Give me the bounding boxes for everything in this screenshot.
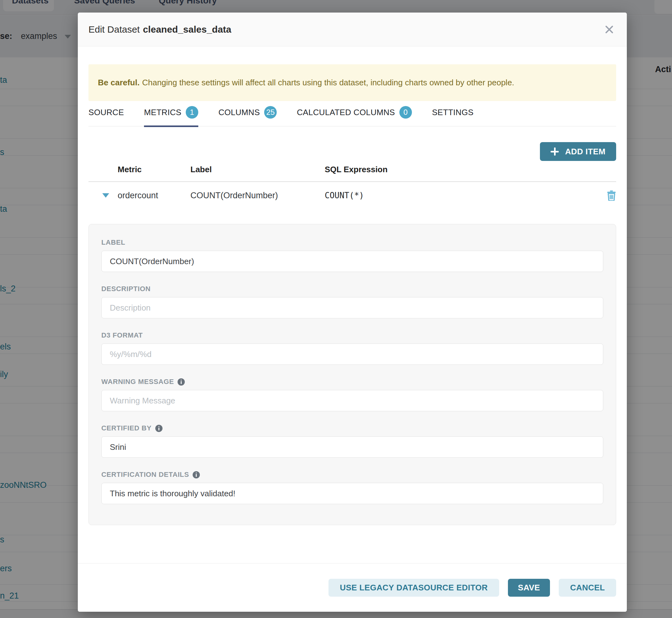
add-item-label: ADD ITEM [565, 147, 605, 157]
modal-header: Edit Datasetcleaned_sales_data [78, 13, 627, 46]
certified-by-group: CERTIFIED BY [101, 424, 603, 458]
metrics-toolbar: ADD ITEM [88, 142, 616, 161]
d3-format-field-label: D3 FORMAT [101, 331, 603, 340]
modal-title-prefix: Edit Dataset [88, 24, 139, 34]
tab-metrics-label: METRICS [144, 108, 181, 117]
tab-columns-label: COLUMNS [218, 108, 260, 117]
warning-banner-text: Changing these settings will affect all … [142, 78, 514, 88]
tab-settings-label: SETTINGS [432, 108, 473, 117]
info-icon[interactable] [155, 425, 163, 432]
dataset-name: cleaned_sales_data [143, 24, 231, 34]
metric-detail-panel: LABEL DESCRIPTION D3 FORMAT WARNING MESS… [88, 224, 616, 525]
modal-title: Edit Datasetcleaned_sales_data [88, 24, 231, 35]
tab-settings[interactable]: SETTINGS [432, 106, 473, 127]
warning-banner-bold: Be careful. [98, 78, 139, 88]
metrics-count-badge: 1 [186, 106, 198, 119]
edit-dataset-modal: Edit Datasetcleaned_sales_data Be carefu… [78, 13, 627, 612]
certification-details-field-label: CERTIFICATION DETAILS [101, 470, 603, 479]
warning-message-group: WARNING MESSAGE [101, 377, 603, 411]
info-icon[interactable] [193, 471, 200, 479]
metric-name: ordercount [118, 191, 190, 200]
tab-source[interactable]: SOURCE [88, 106, 124, 127]
tab-columns[interactable]: COLUMNS 25 [218, 106, 277, 127]
label-field-label: LABEL [101, 238, 603, 247]
delete-metric-icon[interactable] [607, 190, 616, 201]
tab-metrics[interactable]: METRICS 1 [144, 106, 198, 127]
columns-count-badge: 25 [264, 106, 277, 119]
warning-message-input[interactable] [101, 390, 603, 411]
description-field-label: DESCRIPTION [101, 285, 603, 293]
certified-by-input[interactable] [101, 436, 603, 458]
header-label: Label [190, 165, 325, 175]
metrics-table-header: Metric Label SQL Expression [88, 165, 616, 182]
label-input[interactable] [101, 251, 603, 272]
description-group: DESCRIPTION [101, 285, 603, 318]
modal-tabs: SOURCE METRICS 1 COLUMNS 25 CALCULATED C… [88, 106, 616, 126]
collapse-caret-icon[interactable] [102, 193, 109, 198]
header-sql-expression: SQL Expression [325, 165, 616, 175]
tab-calculated-columns[interactable]: CALCULATED COLUMNS 0 [297, 106, 412, 127]
certified-by-field-label: CERTIFIED BY [101, 424, 603, 433]
modal-content: Be careful. Changing these settings will… [78, 64, 627, 525]
d3-format-input[interactable] [101, 343, 603, 365]
certification-details-group: CERTIFICATION DETAILS [101, 470, 603, 504]
info-icon[interactable] [178, 378, 185, 386]
certification-details-input[interactable] [101, 483, 603, 504]
modal-footer: USE LEGACY DATASOURCE EDITOR SAVE CANCEL [78, 563, 627, 612]
metric-label: COUNT(OrderNumber) [190, 191, 325, 200]
metric-sql: COUNT(*) [325, 191, 607, 200]
tab-calculated-columns-label: CALCULATED COLUMNS [297, 108, 395, 117]
warning-banner: Be careful. Changing these settings will… [88, 64, 616, 101]
d3-format-group: D3 FORMAT [101, 331, 603, 365]
description-input[interactable] [101, 297, 603, 318]
warning-message-field-label: WARNING MESSAGE [101, 377, 603, 386]
cancel-button[interactable]: CANCEL [559, 579, 616, 597]
header-metric: Metric [118, 165, 190, 175]
calculated-columns-count-badge: 0 [399, 106, 412, 119]
add-item-button[interactable]: ADD ITEM [540, 142, 616, 161]
tab-source-label: SOURCE [88, 108, 124, 117]
close-icon[interactable] [602, 23, 616, 36]
save-button[interactable]: SAVE [508, 579, 550, 597]
label-group: LABEL [101, 238, 603, 272]
use-legacy-datasource-editor-button[interactable]: USE LEGACY DATASOURCE EDITOR [328, 579, 499, 597]
metric-row: ordercount COUNT(OrderNumber) COUNT(*) [88, 182, 616, 209]
plus-icon [551, 147, 559, 156]
